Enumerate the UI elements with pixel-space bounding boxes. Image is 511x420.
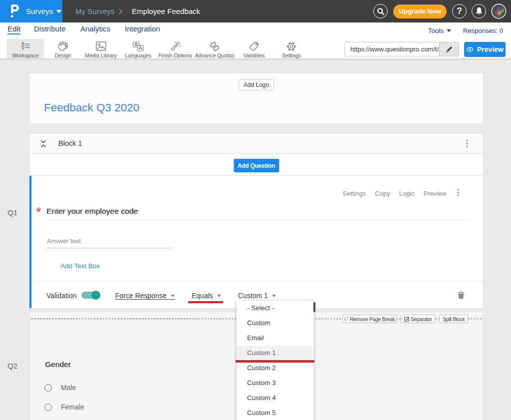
notifications-button[interactable] [472,4,486,18]
toolbar-item-variables[interactable]: Variables [239,39,269,58]
validation-label: Validation [46,292,76,300]
tab-distribute[interactable]: Distribute [34,25,65,33]
bell-icon [475,7,483,15]
required-asterisk: * [36,206,41,219]
breadcrumb-my-surveys[interactable]: My Surveys [75,7,114,15]
dropdown-option-custom3[interactable]: Custom 3 [237,376,314,391]
topbar: Surveys My Surveys Employee Feedback Upg… [0,0,511,22]
add-question-button[interactable]: Add Question [234,159,279,172]
toolbar-item-finish-options[interactable]: Finish Options [154,39,197,58]
survey-title[interactable]: Feedback Q3 2020 [44,101,139,114]
breadcrumb-current: Employee Feedback [132,7,200,15]
workspace-icon [21,42,30,51]
survey-url-box [344,42,459,56]
question-2-number: Q2 [7,362,17,370]
radio-male[interactable] [44,384,52,392]
advance-quotas-icon [209,41,220,51]
question-actions: Settings Copy Logic Preview [342,190,447,197]
checkbox-icon [404,317,409,322]
preview-button[interactable]: Preview [464,42,506,57]
collapse-icon [40,140,46,148]
dropdown-option-custom4[interactable]: Custom 4 [237,391,314,406]
variables-icon [249,41,259,51]
main-nav-tabs: Edit Distribute Analytics Integration To… [0,22,511,39]
block-card: Block 1 Add Question [29,133,483,176]
delete-validation-button[interactable] [458,291,465,299]
validation-operator-select[interactable]: Equals [192,292,221,300]
media-library-icon [96,41,106,51]
tab-edit[interactable]: Edit [7,25,20,34]
dropdown-option-custom1[interactable]: Custom 1 [237,346,314,361]
option-male[interactable]: Male [44,384,76,392]
answer-placeholder[interactable]: Answer text [47,237,81,245]
settings-icon [286,41,296,51]
toolbar-item-settings[interactable]: Settings [276,39,306,58]
surveys-caret-icon [56,10,61,13]
question-1-card: Settings Copy Logic Preview * Enter your… [29,176,483,308]
validation-value-select[interactable]: Custom 1 [238,292,276,300]
languages-icon [133,41,144,51]
radio-female[interactable] [44,404,52,411]
tools-menu[interactable]: Tools [428,27,451,34]
separator-button[interactable]: Separator [401,315,435,323]
tab-analytics[interactable]: Analytics [80,25,110,33]
dropdown-option-custom2[interactable]: Custom 2 [237,361,314,376]
option-female[interactable]: Female [44,403,84,411]
remove-page-break-button[interactable]: Remove Page Break [342,315,397,323]
add-logo-button[interactable]: Add Logo [239,79,274,90]
question-copy-link[interactable]: Copy [375,190,390,197]
question-1-title[interactable]: Enter your employee code [46,207,138,216]
tools-caret-icon [447,29,451,32]
block-menu-button[interactable] [464,140,471,148]
trash-icon [458,291,465,299]
upgrade-now-button[interactable]: Upgrade Now [393,4,447,18]
type-select-underline [115,299,175,300]
question-2-title[interactable]: Gender [45,360,71,369]
questionpro-survey-editor: Surveys My Surveys Employee Feedback Upg… [0,0,511,420]
search-button[interactable] [373,4,388,18]
question-preview-link[interactable]: Preview [424,190,447,197]
dropdown-option-email[interactable]: Email [237,331,314,346]
toolbar-item-design[interactable]: Design [46,39,79,58]
design-icon [58,41,68,51]
question-menu-button[interactable] [455,189,462,197]
toolbar-item-advance-quotas[interactable]: Advance Quotas [192,39,238,58]
toolbar-item-media-library[interactable]: Media Library [81,39,121,58]
dropdown-option-custom5[interactable]: Custom 5 [237,406,314,420]
validation-toggle[interactable] [81,292,100,299]
help-icon: ? [457,6,462,15]
responses-count: Responses: 0 [463,27,503,34]
eye-icon [466,47,474,52]
tabs-right: Tools Responses: 0 [428,22,503,39]
dropdown-option-select[interactable]: - Select - [237,301,314,316]
validation-type-select[interactable]: Force Response [115,292,175,300]
question-title-underline [46,220,468,220]
avatar[interactable] [491,3,507,19]
finish-options-icon [170,41,181,51]
collapse-block-button[interactable] [40,140,46,148]
question-logic-link[interactable]: Logic [399,190,415,197]
selected-option-underline [236,360,314,363]
help-button[interactable]: ? [452,4,467,18]
dropdown-option-custom[interactable]: Custom [237,316,314,331]
toolbar-item-workspace[interactable]: Workspace [7,39,44,58]
edit-url-button[interactable] [439,42,459,56]
split-block-button[interactable]: Split Block [439,315,468,323]
dropdown-scrollbar[interactable] [313,302,316,312]
question-settings-link[interactable]: Settings [342,190,366,197]
select-caret-icon [171,295,175,297]
questionpro-logo-icon [10,4,19,18]
survey-header-card: Add Logo Feedback Q3 2020 [29,73,483,124]
pencil-icon [446,46,453,53]
validation-value-dropdown: - Select - Custom Email Custom 1 Custom … [237,301,314,420]
add-text-box-link[interactable]: Add Text Box [60,262,100,270]
editor-toolbar: Workspace Design Media Library Languages… [0,39,511,59]
breadcrumb: My Surveys Employee Feedback [75,0,200,22]
survey-url-input[interactable] [345,42,439,56]
tab-integration[interactable]: Integration [125,25,160,33]
surveys-product-menu[interactable]: Surveys [0,0,62,22]
toolbar-item-languages[interactable]: Languages [121,39,156,58]
answer-underline [46,248,173,248]
block-header: Block 1 [29,133,483,154]
avatar-image [491,3,507,19]
